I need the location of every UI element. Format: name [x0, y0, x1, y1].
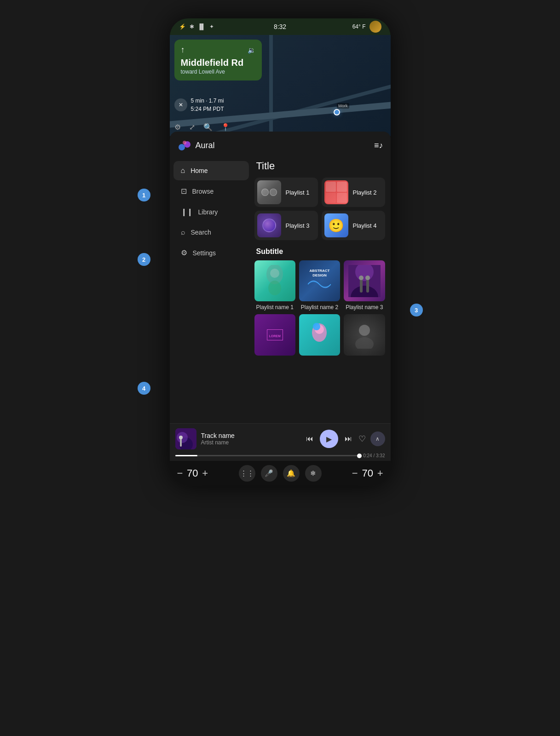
- home-icon: ⌂: [181, 167, 185, 175]
- progress-handle: [357, 454, 362, 458]
- playlist-thumb-3: [257, 213, 281, 237]
- grid-icon[interactable]: ⋮⋮: [239, 465, 255, 482]
- sidebar-search-label: Search: [191, 229, 211, 236]
- svg-point-0: [179, 144, 185, 150]
- nav-eta-distance: 5 min · 1.7 mi: [191, 97, 224, 105]
- charging-icon: ⚡: [179, 23, 186, 30]
- svg-rect-9: [360, 279, 363, 293]
- playlist-card-v-3[interactable]: Playlist name 3: [344, 260, 385, 310]
- lorem-box: LOREM: [267, 329, 283, 340]
- play-button[interactable]: ▶: [320, 430, 338, 448]
- nav-card-header: ↑ 🔉: [181, 45, 255, 55]
- sidebar-library-label: Library: [198, 208, 218, 216]
- fan-icon[interactable]: ❄: [305, 465, 322, 482]
- vol-left-plus[interactable]: +: [202, 467, 208, 479]
- svg-point-11: [359, 276, 364, 280]
- nav-close-button[interactable]: ✕: [174, 98, 187, 111]
- annotation-1: 1: [138, 189, 150, 201]
- prev-button[interactable]: ⏮: [304, 433, 315, 445]
- playlist-card-4[interactable]: 🙂 Playlist 4: [322, 211, 385, 240]
- player-artwork: [175, 428, 196, 449]
- playlist-card-v-5[interactable]: [299, 314, 340, 356]
- volume-right-ctrl: − 70 +: [352, 467, 383, 479]
- playlist-card-2[interactable]: Playlist 2: [322, 178, 385, 207]
- playlist-card-v-2[interactable]: ABSTRACTDESIGN Playlist name 2: [299, 260, 340, 310]
- bell-icon[interactable]: 🔔: [283, 465, 300, 482]
- vol-left-minus[interactable]: −: [177, 467, 183, 479]
- svg-point-4: [268, 281, 281, 295]
- playlist-thumb-v-3: [344, 260, 385, 301]
- temperature: 64° F: [352, 23, 366, 30]
- nav-arrival-time: 5:24 PM PDT: [191, 105, 224, 113]
- search-icon: ⌕: [181, 228, 185, 236]
- playlist-grid-2col: Playlist 1 Playlist: [254, 178, 385, 240]
- svg-rect-21: [180, 438, 182, 447]
- playlist-card-v-6[interactable]: [344, 314, 385, 356]
- sidebar-item-library[interactable]: ❙❙ Library: [173, 202, 249, 222]
- annotation-2: 2: [138, 253, 150, 266]
- playlist-thumb-1: [257, 180, 281, 204]
- playlist-card-v-4[interactable]: LOREM: [254, 314, 295, 356]
- bluetooth-icon: ✱: [190, 23, 194, 30]
- playlist-card-v-1[interactable]: Playlist name 1: [254, 260, 295, 310]
- playlist-thumb-v-5: [299, 314, 340, 355]
- svg-point-16: [359, 325, 370, 336]
- like-button[interactable]: ♡: [358, 434, 366, 444]
- vol-right-plus[interactable]: +: [377, 467, 383, 479]
- map-area: ↑ 🔉 Middlefield Rd toward Lowell Ave ✕ 5…: [170, 35, 391, 136]
- playlist-grid-3col-row2: LOREM: [254, 314, 385, 356]
- mini-player: Track name Artist name ⏮ ▶ ⏭ ♡ ∧: [170, 423, 391, 461]
- settings-icon: ⚙: [181, 248, 187, 257]
- browse-icon: ⊡: [181, 187, 187, 196]
- nav-card[interactable]: ↑ 🔉 Middlefield Rd toward Lowell Ave: [174, 40, 262, 80]
- progress-track[interactable]: [175, 455, 360, 456]
- expand-button[interactable]: ∧: [370, 431, 385, 446]
- next-button[interactable]: ⏭: [343, 433, 354, 445]
- route-icon[interactable]: ⤢: [189, 123, 195, 132]
- settings-map-icon[interactable]: ⚙: [174, 123, 181, 132]
- queue-icon[interactable]: ≡♪: [374, 141, 383, 150]
- map-work-label: Work: [337, 103, 349, 109]
- playlist-thumb-v-2: ABSTRACTDESIGN: [299, 260, 340, 301]
- status-left: ⚡ ✱ ▐▌ ✦: [179, 23, 214, 30]
- sidebar-settings-label: Settings: [193, 249, 216, 257]
- player-info: Track name Artist name: [201, 432, 300, 446]
- section-title: Title: [254, 160, 385, 172]
- sidebar-item-settings[interactable]: ⚙ Settings: [173, 243, 249, 263]
- app-logo-area: Aural: [177, 138, 215, 153]
- avatar[interactable]: [369, 21, 381, 33]
- playlist-v-1-name: Playlist name 1: [254, 304, 295, 310]
- vol-left-number: 70: [185, 467, 199, 479]
- player-row: Track name Artist name ⏮ ▶ ⏭ ♡ ∧: [175, 428, 385, 449]
- player-artist-name: Artist name: [201, 439, 300, 446]
- sidebar-item-home[interactable]: ⌂ Home: [173, 161, 249, 180]
- search-map-icon[interactable]: 🔍: [203, 123, 213, 132]
- phone-frame: ⚡ ✱ ▐▌ ✦ 8:32 64° F ↑ 🔉 Mi: [170, 18, 391, 486]
- svg-point-12: [365, 276, 370, 280]
- current-time: 0:24: [363, 453, 372, 458]
- map-location-dot: [334, 109, 340, 115]
- sidebar-item-browse[interactable]: ⊡ Browse: [173, 181, 249, 201]
- player-track-name: Track name: [201, 432, 300, 439]
- playlist-card-1[interactable]: Playlist 1: [254, 178, 318, 207]
- volume-left-ctrl: − 70 +: [177, 467, 208, 479]
- app-logo: [177, 138, 192, 153]
- mic-icon[interactable]: 🎤: [261, 465, 277, 482]
- sidebar-item-search[interactable]: ⌕ Search: [173, 223, 249, 242]
- annotation-3: 3: [410, 304, 423, 316]
- total-time: 3:32: [376, 453, 385, 458]
- playlist-2-name: Playlist 2: [353, 189, 377, 196]
- nav-info-bar: ✕ 5 min · 1.7 mi 5:24 PM PDT: [174, 97, 224, 113]
- playlist-1-name: Playlist 1: [286, 189, 310, 196]
- bottom-icons: ⋮⋮ 🎤 🔔 ❄: [239, 465, 322, 482]
- pin-icon[interactable]: 📍: [221, 123, 230, 132]
- vol-right-minus[interactable]: −: [352, 467, 358, 479]
- playlist-v-2-name: Playlist name 2: [299, 304, 340, 310]
- annotation-4: 4: [138, 382, 150, 395]
- status-right: 64° F: [352, 21, 381, 33]
- playlist-3-name: Playlist 3: [286, 222, 310, 229]
- bottom-bar: − 70 + ⋮⋮ 🎤 🔔 ❄ − 70 +: [170, 461, 391, 486]
- signal-icon: ▐▌: [198, 23, 206, 30]
- playlist-thumb-v-1: [254, 260, 295, 301]
- playlist-card-3[interactable]: Playlist 3: [254, 211, 318, 240]
